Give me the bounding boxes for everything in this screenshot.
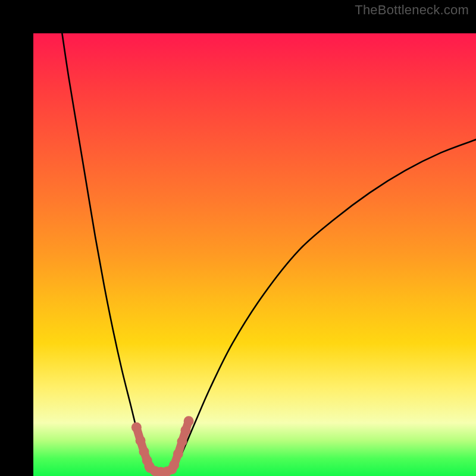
- plot-area: [33, 33, 476, 476]
- chart-frame: [0, 0, 476, 476]
- marker-dot: [139, 447, 149, 457]
- marker-dot: [180, 425, 190, 436]
- marker-group: [131, 416, 194, 476]
- marker-dot: [131, 422, 142, 433]
- marker-dot: [177, 436, 187, 446]
- curve-left-branch: [62, 33, 150, 469]
- marker-dot: [169, 460, 179, 470]
- watermark-text: TheBottleneck.com: [355, 2, 469, 18]
- marker-dot: [173, 449, 183, 459]
- curve-layer: [33, 33, 476, 476]
- marker-dot: [136, 436, 146, 446]
- curve-right-branch: [173, 140, 476, 470]
- marker-dot: [184, 416, 194, 426]
